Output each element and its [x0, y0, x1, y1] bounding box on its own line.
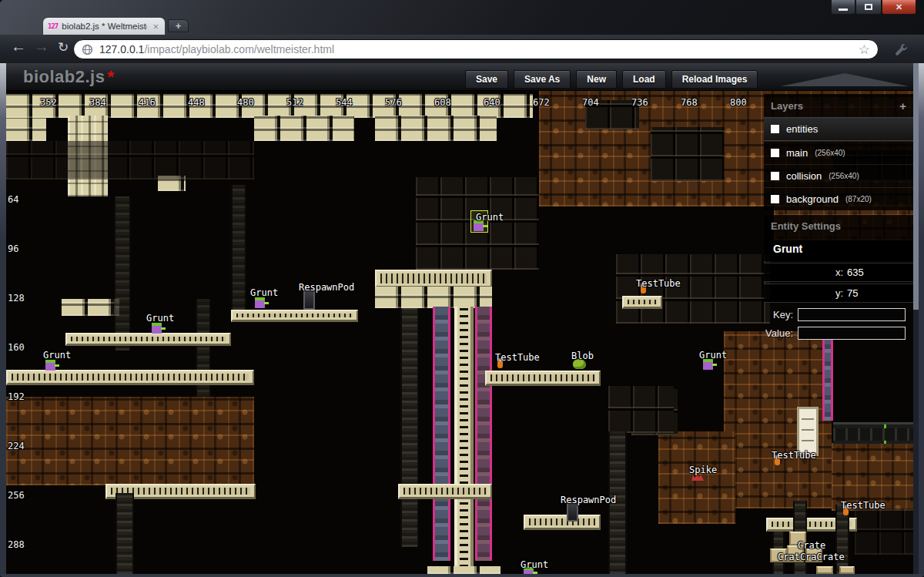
back-button[interactable]: ←: [8, 38, 29, 55]
layer-row-main[interactable]: main (256x40): [764, 141, 913, 164]
tile-region-brick: [616, 254, 770, 324]
minimize-button[interactable]: [831, 0, 855, 15]
entity-label[interactable]: TestTube: [636, 278, 681, 289]
platform: [65, 333, 231, 346]
scrollbar-thumb[interactable]: [913, 63, 919, 310]
layer-size: (256x40): [829, 172, 859, 180]
tile-region-tan: [427, 566, 500, 574]
left-ruler-label: 160: [8, 342, 25, 353]
entity-label[interactable]: Grunt: [476, 212, 504, 223]
browser-tab[interactable]: 127 biolab2.js * Weltmeister ×: [42, 17, 166, 35]
entity-label[interactable]: Grunt: [43, 350, 71, 361]
address-bar[interactable]: 127.0.0.1/impact/playbiolab.com/weltmeis…: [73, 39, 879, 59]
save-as-button[interactable]: Save As: [514, 70, 571, 89]
tile-region-brick: [855, 508, 913, 555]
entity-label[interactable]: Spike: [689, 465, 717, 475]
top-ruler-label: 640: [484, 97, 500, 108]
editor-toolbar: Save Save As New Load Reload Images: [465, 70, 758, 89]
layer-row-collision[interactable]: collision (256x40): [764, 164, 913, 187]
layer-row-background[interactable]: background (87x20): [764, 187, 913, 210]
url-host: 127.0.0.1: [99, 43, 144, 55]
entity-label[interactable]: TestTube: [495, 352, 540, 363]
bookmark-star-icon[interactable]: ☆: [859, 42, 870, 58]
restore-icon: [865, 4, 872, 10]
pipe-blue: [822, 330, 833, 421]
wrench-menu-button[interactable]: [889, 39, 912, 59]
entity-label[interactable]: Grunt: [146, 313, 174, 324]
layer-visibility-checkbox[interactable]: [771, 195, 779, 203]
platform: [6, 370, 254, 385]
platform: [524, 515, 601, 530]
entity-label[interactable]: Crate: [798, 540, 825, 551]
top-ruler-label: 384: [89, 97, 106, 108]
top-ruler-label: 480: [237, 97, 254, 108]
new-tab-button[interactable]: +: [168, 19, 189, 32]
layer-visibility-checkbox[interactable]: [771, 149, 779, 157]
layer-visibility-checkbox[interactable]: [771, 172, 779, 180]
top-ruler-label: 576: [385, 97, 402, 108]
top-ruler-label: 736: [631, 97, 648, 108]
platform: [485, 371, 601, 386]
level-title-text: biolab2.js: [23, 67, 105, 86]
top-ruler-label: 544: [336, 97, 353, 108]
left-ruler-label: 288: [8, 539, 25, 550]
tab-title: biolab2.js * Weltmeister: [62, 22, 147, 31]
top-ruler-label: 768: [681, 97, 698, 108]
left-ruler-label: 96: [8, 243, 18, 254]
new-button[interactable]: New: [576, 70, 617, 89]
reload-button[interactable]: ↻: [52, 39, 74, 55]
unsaved-marker: *: [107, 67, 114, 86]
layer-name: entities: [786, 123, 818, 135]
browser-window: 127 biolab2.js * Weltmeister × + ✕ ← → ↻…: [0, 0, 924, 577]
value-input[interactable]: [798, 327, 906, 340]
load-button[interactable]: Load: [622, 70, 666, 89]
entity-label[interactable]: Grunt: [250, 287, 278, 298]
key-input[interactable]: [798, 308, 906, 321]
grunt-sprite[interactable]: [255, 297, 265, 308]
belt-marker: [884, 424, 886, 444]
pillar: [196, 299, 211, 401]
close-button[interactable]: ✕: [882, 0, 916, 15]
entity-x-label: x:: [764, 267, 847, 278]
pipe-mauve: [475, 307, 492, 561]
entity-label[interactable]: RespawnPod: [561, 495, 616, 505]
key-label: Key:: [764, 309, 798, 320]
entity-y-row[interactable]: y: 75: [764, 283, 913, 303]
entity-label[interactable]: CratCraCrate: [778, 552, 845, 562]
grunt-sprite[interactable]: [45, 360, 55, 371]
top-ruler-label: 416: [139, 97, 156, 108]
reload-images-button[interactable]: Reload Images: [671, 70, 758, 89]
tile-region-brick: [6, 141, 254, 179]
tab-close-icon[interactable]: ×: [151, 22, 160, 32]
left-ruler-label: 128: [8, 293, 25, 304]
left-ruler-label: 256: [8, 490, 25, 501]
entity-label[interactable]: TestTube: [772, 450, 816, 461]
entity-label[interactable]: Grunt: [521, 559, 548, 570]
value-row: Value:: [764, 327, 913, 340]
entity-label[interactable]: Grunt: [699, 350, 727, 361]
grunt-sprite[interactable]: [703, 359, 713, 370]
url-path: /impact/playbiolab.com/weltmeister.html: [144, 43, 334, 55]
layer-visibility-checkbox[interactable]: [771, 125, 779, 133]
entity-x-row[interactable]: x: 635: [764, 263, 913, 282]
grunt-sprite[interactable]: [152, 323, 162, 334]
pillar: [116, 493, 134, 574]
tile-region-brick: [651, 127, 724, 181]
layer-name: collision: [786, 170, 822, 182]
page-scrollbar[interactable]: [913, 63, 919, 574]
platform: [375, 270, 492, 288]
top-ruler-label: 512: [286, 97, 303, 108]
restore-button[interactable]: [855, 0, 882, 15]
url-text[interactable]: 127.0.0.1/impact/playbiolab.com/weltmeis…: [99, 43, 852, 55]
layer-row-entities[interactable]: entities: [764, 117, 913, 141]
entity-label[interactable]: Blob: [571, 351, 594, 361]
sidebar-collapse-handle[interactable]: [781, 73, 909, 86]
save-button[interactable]: Save: [465, 70, 508, 89]
layer-size: (87x20): [845, 195, 872, 203]
entity-settings-header: Entity Settings: [764, 215, 913, 237]
top-ruler-label: 448: [188, 97, 205, 108]
entity-label[interactable]: TestTube: [841, 500, 886, 511]
add-layer-button[interactable]: +: [899, 99, 906, 112]
entity-label[interactable]: RespawnPod: [299, 282, 354, 293]
forward-button[interactable]: →: [31, 38, 52, 55]
